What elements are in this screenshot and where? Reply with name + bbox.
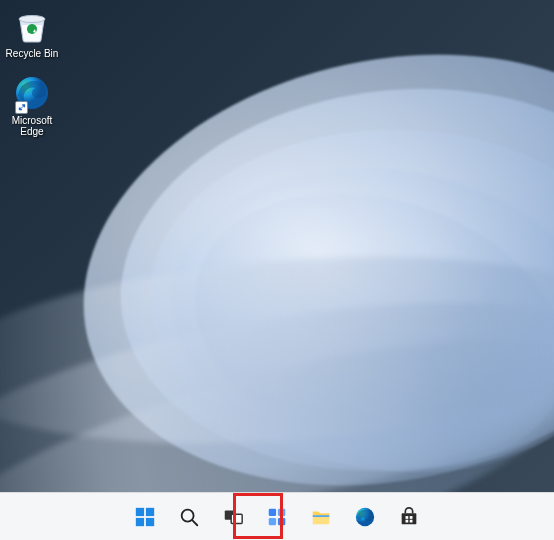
recycle-bin-icon bbox=[12, 6, 52, 46]
taskbar bbox=[0, 492, 554, 540]
svg-rect-16 bbox=[406, 516, 409, 519]
svg-rect-5 bbox=[146, 517, 154, 525]
svg-rect-2 bbox=[136, 507, 144, 515]
svg-rect-11 bbox=[278, 508, 285, 515]
svg-point-0 bbox=[19, 16, 45, 23]
desktop-icon-label: Recycle Bin bbox=[6, 48, 59, 59]
svg-rect-9 bbox=[231, 514, 242, 523]
folder-icon bbox=[310, 506, 332, 528]
desktop-icon-label: Microsoft Edge bbox=[2, 115, 62, 137]
edge-button[interactable] bbox=[345, 497, 385, 537]
desktop-icon-recycle-bin[interactable]: Recycle Bin bbox=[0, 4, 64, 61]
start-button[interactable] bbox=[125, 497, 165, 537]
desktop-wallpaper bbox=[0, 0, 554, 492]
svg-rect-14 bbox=[313, 515, 330, 517]
store-button[interactable] bbox=[389, 497, 429, 537]
svg-rect-3 bbox=[146, 507, 154, 515]
svg-rect-10 bbox=[269, 508, 276, 515]
svg-rect-17 bbox=[410, 516, 413, 519]
svg-rect-19 bbox=[410, 519, 413, 522]
shortcut-overlay-icon bbox=[15, 101, 28, 114]
windows-logo-icon bbox=[134, 506, 156, 528]
search-button[interactable] bbox=[169, 497, 209, 537]
svg-rect-4 bbox=[136, 517, 144, 525]
widgets-button[interactable] bbox=[257, 497, 297, 537]
svg-line-7 bbox=[192, 520, 197, 525]
store-icon bbox=[398, 506, 420, 528]
desktop-icons-area: Recycle Bin Microsoft Edge bbox=[0, 4, 64, 139]
file-explorer-button[interactable] bbox=[301, 497, 341, 537]
task-view-icon bbox=[222, 506, 244, 528]
task-view-button[interactable] bbox=[213, 497, 253, 537]
desktop-icon-microsoft-edge[interactable]: Microsoft Edge bbox=[0, 71, 64, 139]
widgets-icon bbox=[266, 506, 288, 528]
edge-icon bbox=[354, 506, 376, 528]
svg-rect-18 bbox=[406, 519, 409, 522]
svg-rect-13 bbox=[278, 517, 285, 524]
svg-rect-12 bbox=[269, 517, 276, 524]
search-icon bbox=[178, 506, 200, 528]
